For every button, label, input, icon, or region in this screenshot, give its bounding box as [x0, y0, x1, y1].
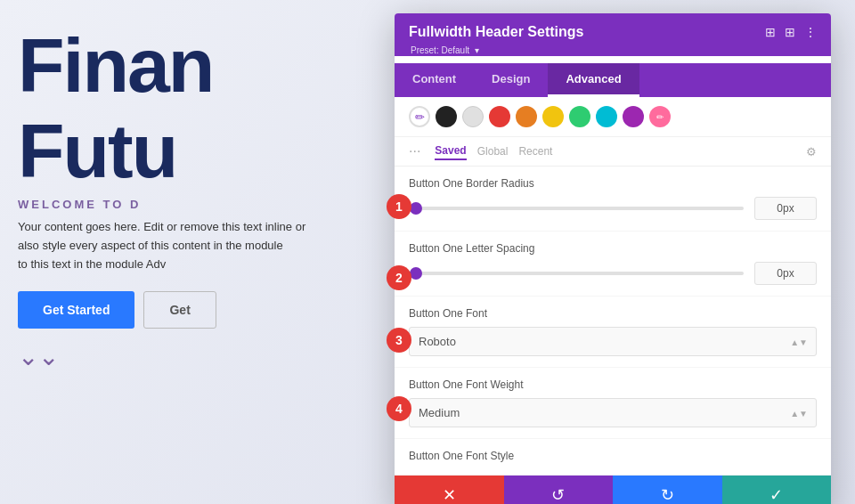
settings-panel: Fullwidth Header Settings ⊞ ⊞ ⋮ Preset: … — [395, 13, 831, 504]
more-options-icon[interactable]: ⋮ — [804, 25, 817, 39]
letter-spacing-input[interactable] — [754, 262, 817, 285]
setting-font-weight: Button One Font Weight Medium Normal Bol… — [395, 368, 831, 439]
panel-header-icons: ⊞ ⊞ ⋮ — [765, 25, 817, 39]
setting-letter-spacing: Button One Letter Spacing — [395, 232, 831, 297]
tab-advanced[interactable]: Advanced — [548, 63, 639, 97]
preset-label[interactable]: Preset: Default ▾ — [409, 44, 817, 56]
color-green[interactable] — [569, 106, 590, 127]
scroll-arrow: ⌄⌄ — [18, 342, 59, 371]
panel-footer: ✕ ↺ ↻ ✓ — [395, 476, 831, 504]
badge-4: 4 — [387, 396, 411, 421]
style-tabs-row: ··· Saved Global Recent ⚙ — [395, 137, 831, 167]
color-pink-edit[interactable]: ✏ — [649, 106, 671, 127]
setting-border-radius: Button One Border Radius — [395, 167, 831, 232]
font-style-label: Button One Font Style — [409, 450, 817, 462]
setting-font-style: Button One Font Style — [395, 439, 831, 476]
letter-spacing-slider-track — [409, 272, 744, 275]
border-radius-input[interactable] — [754, 197, 817, 220]
get-started-button[interactable]: Get Started — [18, 291, 134, 329]
color-purple[interactable] — [623, 106, 644, 127]
color-yellow[interactable] — [542, 106, 564, 127]
panel-header-top: Fullwidth Header Settings ⊞ ⊞ ⋮ — [409, 24, 817, 40]
focus-icon[interactable]: ⊞ — [765, 25, 776, 39]
panel-header: Fullwidth Header Settings ⊞ ⊞ ⋮ Preset: … — [395, 13, 831, 56]
secondary-button[interactable]: Get — [143, 291, 216, 329]
dots-button[interactable]: ··· — [409, 143, 420, 159]
style-gear-icon[interactable]: ⚙ — [806, 145, 817, 159]
color-teal[interactable] — [596, 106, 617, 127]
color-light[interactable] — [462, 106, 484, 127]
font-label: Button One Font — [409, 307, 817, 320]
border-radius-slider-track — [409, 207, 744, 210]
reset-button[interactable]: ↺ — [504, 476, 614, 504]
border-radius-control — [409, 197, 817, 220]
bg-buttons: Get Started Get — [18, 291, 216, 329]
style-tab-recent[interactable]: Recent — [518, 143, 552, 159]
bg-subtitle: Welcome to D — [18, 198, 141, 211]
font-select-wrapper: Roboto Open Sans Lato Montserrat ▲▼ — [409, 327, 817, 356]
style-tab-global[interactable]: Global — [477, 143, 509, 159]
font-weight-select-wrapper: Medium Normal Bold Light ▲▼ — [409, 398, 817, 427]
color-orange[interactable] — [516, 106, 537, 127]
redo-button[interactable]: ↻ — [613, 476, 722, 504]
grid-icon[interactable]: ⊞ — [785, 25, 795, 39]
edit-color-icon[interactable]: ✏ — [409, 106, 430, 127]
letter-spacing-label: Button One Letter Spacing — [409, 242, 817, 255]
badge-1: 1 — [387, 194, 411, 219]
panel-title: Fullwidth Header Settings — [409, 24, 583, 40]
font-weight-label: Button One Font Weight — [409, 378, 817, 391]
cancel-button[interactable]: ✕ — [395, 476, 504, 504]
border-radius-label: Button One Border Radius — [409, 177, 817, 190]
panel-body: ✏ ✏ ··· Saved Global Recent ⚙ Button One… — [395, 97, 831, 476]
tab-design[interactable]: Design — [474, 63, 548, 97]
color-red[interactable] — [489, 106, 510, 127]
letter-spacing-control — [409, 262, 817, 285]
badge-2: 2 — [387, 265, 411, 290]
letter-spacing-slider-container — [409, 272, 744, 275]
badge-3: 3 — [387, 328, 411, 353]
color-row: ✏ ✏ — [395, 97, 831, 137]
font-weight-select[interactable]: Medium Normal Bold Light — [409, 398, 817, 427]
panel-tabs: Content Design Advanced — [395, 63, 831, 97]
setting-font: Button One Font Roboto Open Sans Lato Mo… — [395, 297, 831, 368]
headline-line2: Futu — [18, 112, 176, 189]
tab-content[interactable]: Content — [395, 63, 474, 97]
color-black[interactable] — [436, 106, 457, 127]
bg-body-text: Your content goes here. Edit or remove t… — [18, 218, 305, 273]
style-tab-saved[interactable]: Saved — [435, 142, 466, 160]
font-select[interactable]: Roboto Open Sans Lato Montserrat — [409, 327, 817, 356]
border-radius-slider-container — [409, 207, 744, 210]
save-button[interactable]: ✓ — [722, 476, 832, 504]
headline-line1: Finan — [18, 27, 213, 103]
